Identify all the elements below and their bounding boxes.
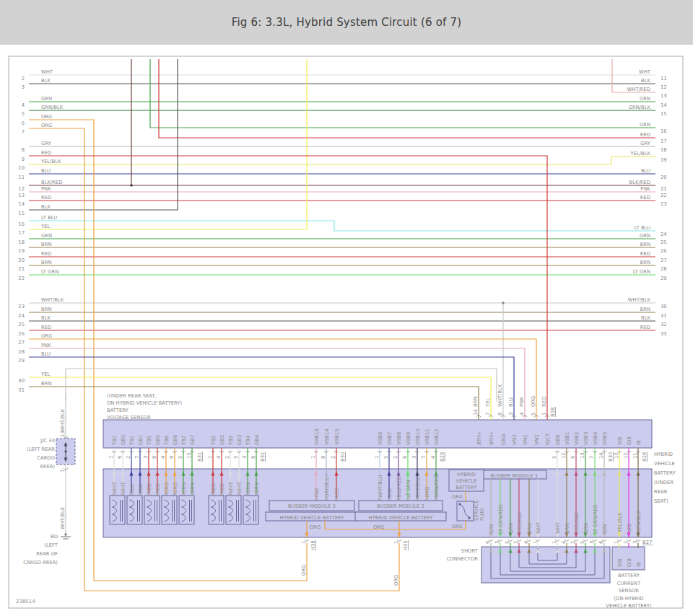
label: 4: [523, 541, 529, 544]
label: 1: [108, 456, 114, 459]
label: 6: [570, 456, 576, 459]
label: VBB14: [324, 428, 330, 445]
label: 4: [430, 456, 436, 459]
pin-number: 15: [661, 111, 667, 117]
label: ORG: [452, 524, 463, 529]
wire-label: BRN: [41, 381, 51, 387]
wire: [29, 348, 525, 420]
wire: [29, 339, 536, 420]
label: 7: [589, 456, 595, 459]
pin-number: 8: [22, 147, 25, 153]
label: B31: [197, 452, 203, 462]
label: BRN: [527, 524, 533, 534]
wire-label: WHT: [41, 69, 53, 75]
label: 6: [117, 456, 123, 459]
label: RED/BLU: [517, 512, 523, 534]
label: CARGO: [37, 455, 55, 461]
label: RED: [211, 483, 217, 493]
pin-number: 25: [661, 239, 667, 245]
label: 1: [207, 456, 213, 459]
label: REAR OF: [36, 551, 58, 557]
label: 3: [632, 541, 638, 544]
label: LT GRN/RED: [498, 504, 504, 534]
label: VOLTAGE SENSOR: [107, 415, 151, 421]
wire-label: GRN: [640, 96, 650, 102]
wire-label: ORG: [41, 333, 52, 339]
label: 3: [589, 541, 595, 544]
label: GB0: [121, 435, 126, 445]
pin-number: 12: [18, 186, 25, 192]
label: YEL: [485, 398, 491, 408]
label: SERVICE: [474, 500, 479, 521]
label: RED: [155, 483, 161, 493]
pin-number: 19: [18, 248, 25, 254]
label: 8: [321, 456, 326, 459]
label: B32: [260, 452, 266, 462]
wire-label: LT GRN: [633, 269, 650, 275]
wire-label: GRN/BLK: [41, 105, 64, 110]
figure-number: 238514: [16, 599, 35, 604]
label: GB7: [190, 435, 196, 445]
label: BATTERY: [107, 408, 129, 413]
label: 8: [152, 456, 157, 459]
pin-number: 16: [18, 221, 25, 227]
label: 1: [614, 541, 619, 544]
label: TB6: [164, 436, 170, 446]
label: GB6: [173, 435, 178, 445]
label: 7: [485, 413, 491, 415]
wire-label: RED: [640, 251, 650, 257]
label: 14: [598, 452, 604, 459]
label: RED: [334, 488, 340, 498]
label: J/C 34: [40, 438, 55, 444]
pin-number: 30: [661, 304, 667, 309]
label: TB7: [181, 436, 187, 446]
label: VBB8: [396, 432, 402, 445]
label: VBB15: [334, 428, 340, 445]
wire-label: WHT/BLK: [628, 297, 651, 303]
label: CONNECTOR: [446, 556, 478, 562]
label: VIB: [617, 558, 623, 567]
wire-label: BRN: [41, 260, 51, 265]
label: 5: [580, 541, 585, 544]
label: TB4: [245, 436, 251, 446]
label: 3: [242, 456, 248, 459]
label: 9: [169, 456, 175, 459]
wire-label: GRN: [41, 233, 52, 239]
label: PNK: [519, 397, 525, 407]
pin-number: 20: [661, 175, 667, 180]
junction-dot: [502, 302, 504, 304]
label: TB5: [147, 436, 152, 446]
label: (ON HYBRID: [614, 596, 643, 602]
wire-label: ORG: [41, 123, 52, 128]
wire-label: WHT: [639, 69, 651, 75]
label: 10: [614, 452, 619, 459]
wire-label: GRY: [640, 141, 651, 146]
pin-number: 31: [18, 387, 25, 393]
label: BRN: [473, 397, 479, 407]
label: BTH+: [476, 431, 482, 445]
label: 2: [225, 456, 230, 459]
label: 2: [126, 456, 131, 459]
label: WHT: [121, 481, 126, 493]
label: SHORT: [461, 548, 479, 554]
label: 2: [513, 541, 519, 544]
label: WHT: [237, 481, 243, 493]
pin-number: 17: [661, 138, 667, 144]
label: RED/BLU: [574, 512, 580, 534]
label: 5: [552, 456, 557, 459]
label: VIB: [617, 436, 623, 445]
label: BUSBER MODULE 1: [491, 473, 539, 479]
wire-label: WHT/RED: [627, 87, 650, 92]
label: BLK/BLU: [415, 478, 421, 498]
label: 13: [60, 431, 66, 437]
label: GRN: [254, 483, 260, 493]
label: VBB12: [434, 428, 440, 445]
label: WHT/BLU: [378, 475, 383, 498]
label: YEL/BLK: [617, 512, 623, 533]
pin-number: 21: [18, 266, 25, 272]
pin-number: 2: [22, 76, 25, 82]
label: H35: [403, 540, 409, 550]
label: 14: [473, 409, 479, 415]
label: CURRENT: [617, 581, 642, 586]
label: WHT: [112, 481, 118, 493]
